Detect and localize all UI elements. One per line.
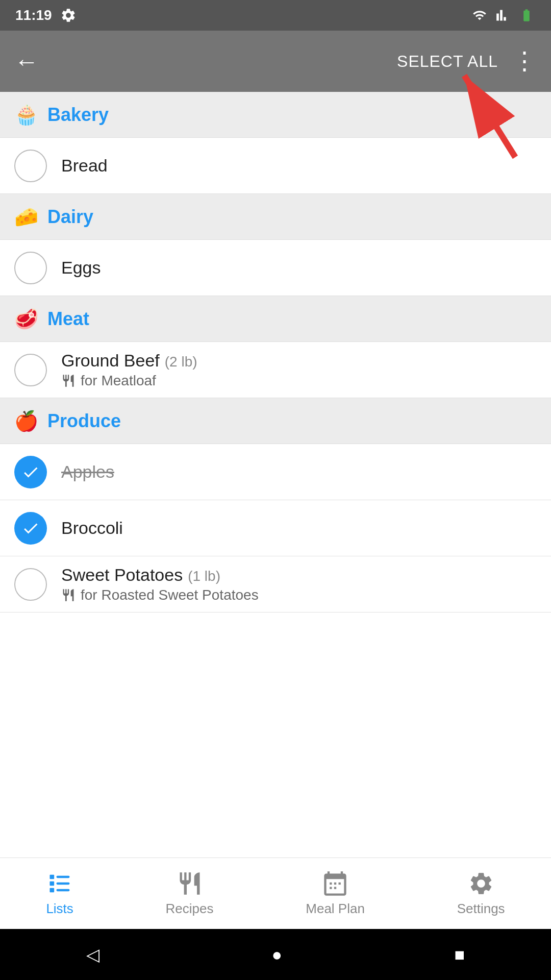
dairy-icon: 🧀 xyxy=(14,206,38,228)
item-name-apples: Apples xyxy=(61,462,114,482)
svg-rect-7 xyxy=(57,889,70,891)
shopping-list: 🧁 Bakery Bread 🧀 Dairy Eggs 🥩 Meat Groun… xyxy=(0,92,551,612)
back-button[interactable]: ← xyxy=(14,47,39,76)
svg-rect-4 xyxy=(50,888,55,893)
settings-nav-icon xyxy=(468,870,494,897)
status-bar: 11:19 xyxy=(0,0,551,31)
svg-rect-2 xyxy=(50,875,55,879)
item-name-ground-beef: Ground Beef xyxy=(61,351,160,371)
svg-rect-11 xyxy=(330,887,332,889)
android-home-button[interactable]: ● xyxy=(271,945,282,965)
more-options-button[interactable]: ⋮ xyxy=(512,49,537,74)
item-content-sweet-potatoes: Sweet Potatoes (1 lb) for Roasted Sweet … xyxy=(61,565,259,603)
item-content-ground-beef: Ground Beef (2 lb) for Meatloaf xyxy=(61,351,197,389)
category-header-dairy: 🧀 Dairy xyxy=(0,194,551,240)
category-label-bakery: Bakery xyxy=(47,104,109,126)
svg-rect-6 xyxy=(57,883,70,885)
svg-rect-8 xyxy=(330,883,332,885)
category-header-produce: 🍎 Produce xyxy=(0,398,551,444)
nav-item-recipes[interactable]: Recipes xyxy=(166,870,214,917)
item-name-sweet-potatoes: Sweet Potatoes xyxy=(61,565,183,585)
category-header-meat: 🥩 Meat xyxy=(0,296,551,342)
produce-icon: 🍎 xyxy=(14,410,38,432)
item-sub-text-sweet-potatoes: for Roasted Sweet Potatoes xyxy=(81,587,259,603)
item-content-apples: Apples xyxy=(61,462,114,482)
checkbox-ground-beef[interactable] xyxy=(14,354,47,386)
list-item-broccoli[interactable]: Broccoli xyxy=(0,500,551,556)
lists-nav-icon xyxy=(46,870,73,897)
settings-icon xyxy=(60,7,77,23)
nav-item-settings[interactable]: Settings xyxy=(457,870,505,917)
item-name-eggs: Eggs xyxy=(61,258,101,278)
nav-item-lists[interactable]: Lists xyxy=(46,870,73,917)
check-icon-broccoli xyxy=(21,519,40,537)
bakery-icon: 🧁 xyxy=(14,104,38,126)
select-all-button[interactable]: SELECT ALL xyxy=(397,52,498,71)
svg-rect-12 xyxy=(334,887,336,889)
nav-label-lists: Lists xyxy=(46,901,73,917)
svg-rect-10 xyxy=(339,883,341,885)
checkbox-sweet-potatoes[interactable] xyxy=(14,568,47,601)
status-time: 11:19 xyxy=(15,7,52,23)
android-nav-bar: ◁ ● ■ xyxy=(0,929,551,980)
fork-knife-icon-sweet-potatoes xyxy=(61,588,76,602)
list-item-bread[interactable]: Bread xyxy=(0,138,551,194)
item-qty-ground-beef: (2 lb) xyxy=(165,354,197,370)
android-back-button[interactable]: ◁ xyxy=(86,944,99,965)
android-recents-button[interactable]: ■ xyxy=(455,945,465,965)
meat-icon: 🥩 xyxy=(14,308,38,330)
app-bar: ← SELECT ALL ⋮ xyxy=(0,31,551,92)
svg-rect-3 xyxy=(50,881,55,886)
checkbox-broccoli[interactable] xyxy=(14,512,47,545)
category-label-dairy: Dairy xyxy=(47,206,93,228)
svg-rect-5 xyxy=(57,876,70,878)
item-content-bread: Bread xyxy=(61,156,108,176)
item-qty-sweet-potatoes: (1 lb) xyxy=(188,568,220,584)
signal-icon xyxy=(495,8,511,22)
meal-plan-nav-icon xyxy=(322,870,348,897)
item-sub-ground-beef: for Meatloaf xyxy=(61,373,197,389)
item-content-eggs: Eggs xyxy=(61,258,101,278)
item-sub-text-ground-beef: for Meatloaf xyxy=(81,373,156,389)
category-label-meat: Meat xyxy=(47,308,89,330)
status-icons xyxy=(470,8,536,22)
item-sub-sweet-potatoes: for Roasted Sweet Potatoes xyxy=(61,587,259,603)
nav-item-meal-plan[interactable]: Meal Plan xyxy=(306,870,365,917)
nav-label-meal-plan: Meal Plan xyxy=(306,901,365,917)
list-item-sweet-potatoes[interactable]: Sweet Potatoes (1 lb) for Roasted Sweet … xyxy=(0,556,551,612)
nav-label-recipes: Recipes xyxy=(166,901,214,917)
category-header-bakery: 🧁 Bakery xyxy=(0,92,551,138)
battery-icon xyxy=(517,8,536,22)
list-item-ground-beef[interactable]: Ground Beef (2 lb) for Meatloaf xyxy=(0,342,551,398)
category-label-produce: Produce xyxy=(47,410,121,432)
nav-label-settings: Settings xyxy=(457,901,505,917)
list-item-eggs[interactable]: Eggs xyxy=(0,240,551,296)
svg-rect-9 xyxy=(334,883,336,885)
checkbox-apples[interactable] xyxy=(14,456,47,488)
checkbox-bread[interactable] xyxy=(14,150,47,182)
fork-knife-icon xyxy=(61,374,76,388)
item-name-broccoli: Broccoli xyxy=(61,518,123,538)
bottom-nav: Lists Recipes Meal Plan Settings xyxy=(0,857,551,929)
list-item-apples[interactable]: Apples xyxy=(0,444,551,500)
wifi-icon xyxy=(470,8,489,22)
item-name-bread: Bread xyxy=(61,156,108,176)
checkbox-eggs[interactable] xyxy=(14,252,47,284)
recipes-nav-icon xyxy=(177,870,203,897)
item-content-broccoli: Broccoli xyxy=(61,518,123,538)
check-icon-apples xyxy=(21,463,40,481)
